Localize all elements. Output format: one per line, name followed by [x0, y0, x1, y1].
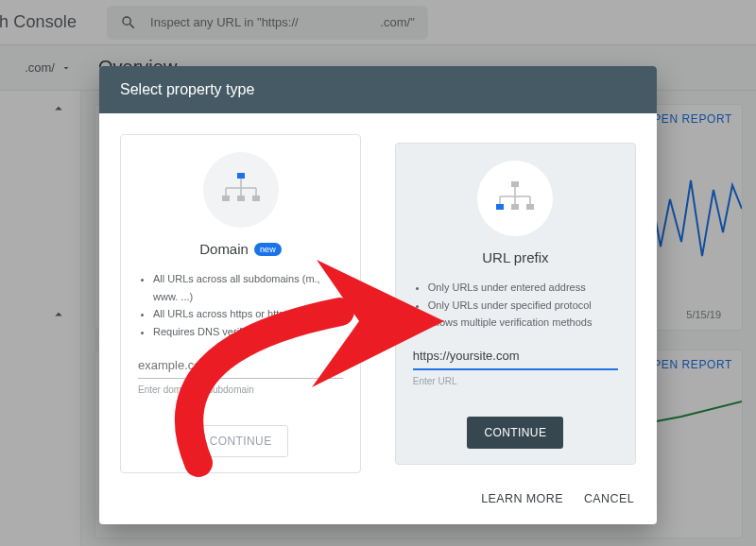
- domain-sitemap-icon: [203, 152, 279, 228]
- url-prefix-sitemap-icon: [477, 161, 553, 236]
- domain-continue-button[interactable]: CONTINUE: [194, 425, 288, 457]
- svg-rect-0: [237, 173, 245, 179]
- new-badge: new: [254, 243, 282, 256]
- list-item: Only URLs under entered address: [428, 279, 618, 297]
- or-separator: or: [372, 297, 384, 311]
- list-item: Allows multiple verification methods: [428, 314, 618, 332]
- modal-footer: LEARN MORE CANCEL: [99, 488, 657, 524]
- url-prefix-continue-button[interactable]: CONTINUE: [467, 417, 563, 449]
- domain-title: Domain: [199, 241, 249, 257]
- svg-rect-15: [496, 204, 504, 210]
- svg-rect-17: [526, 204, 534, 210]
- svg-rect-8: [252, 196, 260, 201]
- domain-option-card[interactable]: Domain new All URLs across all subdomain…: [120, 134, 361, 473]
- property-type-modal: Select property type: [99, 66, 657, 524]
- url-prefix-input[interactable]: [413, 345, 618, 370]
- domain-input-helper: Enter domain or subdomain: [138, 384, 343, 395]
- svg-rect-9: [511, 181, 519, 187]
- modal-body: Domain new All URLs across all subdomain…: [99, 113, 657, 488]
- modal-title: Select property type: [99, 66, 657, 113]
- cancel-button[interactable]: CANCEL: [584, 492, 634, 505]
- list-item: All URLs across all subdomains (m., www.…: [153, 270, 343, 305]
- svg-rect-6: [222, 196, 230, 201]
- domain-input[interactable]: [138, 354, 343, 379]
- url-prefix-input-helper: Enter URL: [413, 376, 618, 386]
- modal-overlay: Select property type: [0, 0, 756, 546]
- svg-rect-16: [511, 204, 519, 210]
- list-item: Requires DNS verification: [153, 323, 343, 341]
- domain-bullets: All URLs across all subdomains (m., www.…: [153, 270, 343, 341]
- svg-rect-7: [237, 196, 245, 201]
- url-prefix-title: URL prefix: [482, 249, 548, 265]
- list-item: All URLs across https or http: [153, 305, 343, 323]
- url-prefix-option-card[interactable]: URL prefix Only URLs under entered addre…: [395, 143, 636, 465]
- url-prefix-bullets: Only URLs under entered address Only URL…: [428, 279, 618, 332]
- learn-more-link[interactable]: LEARN MORE: [481, 492, 563, 505]
- list-item: Only URLs under specified protocol: [428, 297, 618, 315]
